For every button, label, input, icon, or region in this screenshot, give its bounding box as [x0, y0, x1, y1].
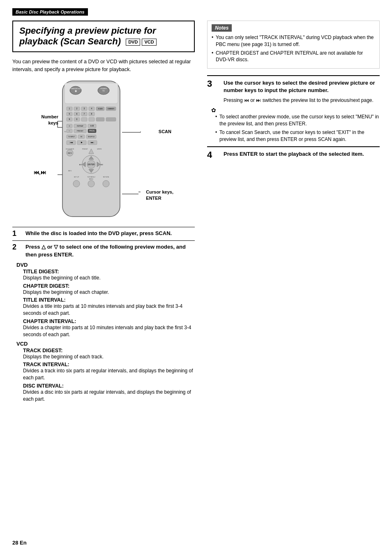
remote-svg: STANDBY/ON ⏻ POWER TV 1 2 3 4	[58, 79, 124, 219]
svg-text:SET UP: SET UP	[74, 176, 79, 178]
label-number-keys: Numberkeys	[34, 114, 58, 126]
tip-2: To cancel Scan Search, use the cursor ke…	[215, 129, 380, 143]
title-digest-desc: Displays the beginning of each title.	[23, 275, 195, 282]
title-interval-desc: Divides a title into parts at 10 minutes…	[23, 303, 195, 317]
svg-point-89	[73, 180, 80, 187]
svg-rect-42	[96, 118, 104, 121]
svg-text:A-E: A-E	[79, 164, 82, 166]
disc-interval-title: DISC INTERVAL:	[23, 383, 195, 389]
label-prev-next: ⏮,⏭	[34, 169, 46, 175]
dvd-modes-section: DVD TITLE DIGEST: Displays the beginning…	[16, 262, 195, 338]
track-digest-desc: Displays the beginning of each track.	[23, 353, 195, 360]
step-4-header: 4 Press ENTER to start the playback of t…	[207, 146, 380, 159]
svg-text:−: −	[69, 129, 70, 132]
svg-text:▶▶|: ▶▶|	[91, 141, 94, 143]
two-column-layout: Specifying a preview picture for playbac…	[12, 21, 380, 405]
badge-vcd: VCD	[142, 39, 156, 46]
disc-interval-item: DISC INTERVAL: Divides a disc into six p…	[23, 383, 195, 403]
note-item-2: CHAPTER DIGEST and CHAPTER INTERVAL are …	[212, 50, 375, 64]
svg-text:SCAN: SCAN	[98, 108, 102, 110]
svg-text:|◀◀: |◀◀	[69, 141, 73, 143]
svg-text:WRITE: WRITE	[97, 148, 102, 150]
step-3-section: 3 Use the cursor keys to select the desi…	[207, 75, 380, 104]
label-scan: SCAN	[159, 129, 171, 134]
svg-text:DIMMER: DIMMER	[108, 108, 114, 110]
tip-section: ✿ To select another preview mode, use th…	[211, 107, 380, 143]
step-4-section: 4 Press ENTER to start the playback of t…	[207, 146, 380, 159]
svg-text:4: 4	[91, 107, 92, 110]
step-2-section: 2 Press △ or ▽ to select one of the foll…	[12, 240, 195, 258]
svg-text:POWER: POWER	[100, 88, 106, 90]
page-number: 28 En	[12, 540, 27, 546]
track-interval-desc: Divides a track into six parts at regula…	[23, 367, 195, 381]
svg-text:1: 1	[69, 107, 70, 110]
svg-text:⏻: ⏻	[75, 90, 77, 92]
svg-text:▶: ▶	[81, 141, 83, 143]
notes-box: Notes You can only select "TRACK INTERVA…	[207, 21, 380, 69]
svg-text:SHUFFLE: SHUFFLE	[88, 136, 95, 138]
step-1-num: 1	[12, 230, 22, 237]
svg-text:PRESET: PRESET	[82, 148, 88, 150]
track-digest-title: TRACK DIGEST:	[23, 348, 195, 353]
svg-text:TOP MENU/: TOP MENU/	[87, 176, 95, 178]
track-interval-title: TRACK INTERVAL:	[23, 362, 195, 367]
track-digest-item: TRACK DIGEST: Displays the beginning of …	[23, 348, 195, 360]
svg-text:3: 3	[84, 107, 85, 110]
page-header: Basic Disc Playback Operations	[12, 8, 88, 16]
svg-text:A-B: A-B	[90, 125, 94, 127]
chapter-digest-title: CHAPTER DIGEST:	[23, 283, 195, 289]
left-column: Specifying a preview picture for playbac…	[12, 21, 195, 405]
svg-text:6: 6	[76, 113, 78, 115]
svg-text:INFO: INFO	[68, 170, 72, 172]
tip-icon: ✿	[211, 107, 216, 113]
svg-text:9: 9	[69, 118, 70, 120]
svg-rect-41	[89, 118, 95, 121]
notes-header: Notes	[212, 24, 232, 32]
dvd-label: DVD	[16, 262, 195, 268]
label-cursor-enter: Cursor keys,ENTER	[146, 189, 173, 201]
main-title: Specifying a preview picture for playbac…	[19, 25, 188, 47]
svg-text:INFO: INFO	[68, 152, 72, 154]
step-3-num: 3	[207, 79, 219, 88]
svg-rect-40	[81, 118, 87, 121]
disc-interval-desc: Divides a disc into six parts at regular…	[23, 389, 195, 403]
title-interval-title: TITLE INTERVAL:	[23, 297, 195, 303]
chapter-interval-desc: Divides a chapter into parts at 10 minut…	[23, 324, 195, 338]
chapter-interval-title: CHAPTER INTERVAL:	[23, 319, 195, 324]
title-interval-item: TITLE INTERVAL: Divides a title into par…	[23, 297, 195, 317]
step-1-section: 1 While the disc is loaded into the DVD …	[12, 227, 195, 237]
intro-text: You can preview the content of a DVD or …	[12, 58, 195, 74]
diagram-area: Numberkeys	[34, 79, 173, 219]
svg-point-91	[103, 180, 109, 187]
svg-text:A-E: A-E	[101, 164, 104, 166]
step-1-text: While the disc is loaded into the DVD pl…	[25, 230, 172, 237]
chapter-interval-item: CHAPTER INTERVAL: Divides a chapter into…	[23, 319, 195, 338]
svg-text:0: 0	[76, 118, 78, 120]
svg-text:ENTER: ENTER	[88, 163, 95, 166]
svg-text:TV INPUT: TV INPUT	[68, 136, 75, 138]
svg-text:7: 7	[84, 113, 85, 115]
tip-bullets: To select another preview mode, use the …	[215, 113, 380, 143]
step-2-text: Press △ or ▽ to select one of the follow…	[25, 243, 195, 258]
svg-text:RI: RI	[81, 136, 82, 138]
badge-dvd: DVD	[126, 39, 140, 46]
page-container: Basic Disc Playback Operations Specifyin…	[0, 0, 392, 554]
svg-text:PROG: PROG	[89, 130, 95, 132]
track-interval-item: TRACK INTERVAL: Divides a track into six…	[23, 362, 195, 381]
svg-text:2: 2	[76, 107, 78, 110]
note-item-1: You can only select "TRACK INTERVAL" dur…	[212, 34, 375, 48]
svg-text:TV: TV	[102, 90, 105, 92]
svg-point-90	[88, 180, 95, 187]
svg-text:REPEAT: REPEAT	[77, 125, 83, 127]
step-3-note: Pressing ⏮ or ⏭ switches the preview lis…	[224, 97, 380, 104]
svg-text:5: 5	[69, 113, 70, 115]
vcd-modes-section: VCD TRACK DIGEST: Displays the beginning…	[16, 341, 195, 403]
title-box: Specifying a preview picture for playbac…	[12, 21, 195, 52]
step-4-text: Press ENTER to start the playback of the…	[224, 150, 364, 158]
step-3-text: Use the cursor keys to select the desire…	[224, 79, 380, 94]
header-title: Basic Disc Playback Operations	[16, 9, 85, 14]
title-digest-item: TITLE DIGEST: Displays the beginning of …	[23, 269, 195, 282]
vcd-label: VCD	[16, 341, 195, 347]
step-2-num: 2	[12, 243, 22, 251]
svg-rect-43	[106, 118, 116, 121]
